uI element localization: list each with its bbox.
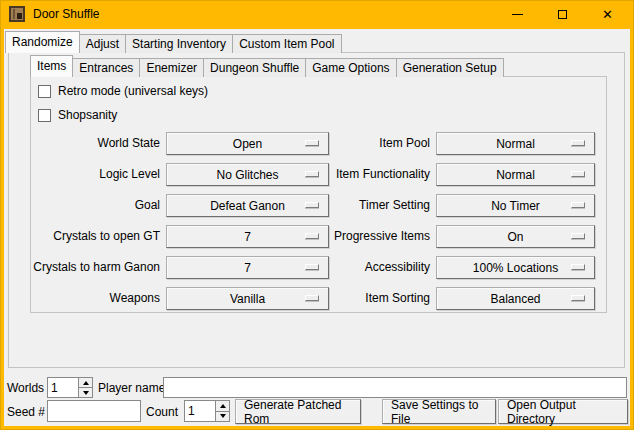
door-icon <box>9 6 25 22</box>
dropdown-indicator-icon <box>305 171 319 177</box>
dropdown-indicator-icon <box>571 140 585 146</box>
tab-game-options[interactable]: Game Options <box>305 58 396 77</box>
crystals-ganon-value: 7 <box>244 261 251 275</box>
worlds-spin-buttons <box>78 378 92 397</box>
dropdown-indicator-icon <box>571 171 585 177</box>
worlds-label: Worlds <box>7 381 44 395</box>
dropdown-indicator-icon <box>571 264 585 270</box>
world-state-label: World State <box>20 136 160 151</box>
title-bar: Door Shuffle ✕ <box>0 0 634 29</box>
dropdown-indicator-icon <box>571 233 585 239</box>
dropdown-indicator-icon <box>305 233 319 239</box>
up-arrow-icon <box>83 381 89 385</box>
keyhole-icon <box>17 13 22 19</box>
timer-setting-value: No Timer <box>491 199 540 213</box>
worlds-spin-down[interactable] <box>79 387 92 397</box>
minimize-button[interactable] <box>495 0 540 29</box>
count-spinbox <box>184 400 230 422</box>
app-window: Door Shuffle ✕ Randomize Adjust Starting… <box>0 0 634 430</box>
progressive-items-label: Progressive Items <box>320 229 430 244</box>
item-pool-value: Normal <box>496 137 535 151</box>
tab-items[interactable]: Items <box>30 55 73 77</box>
timer-setting-label: Timer Setting <box>320 198 430 213</box>
retro-mode-row: Retro mode (universal keys) <box>38 84 208 98</box>
weapons-label: Weapons <box>20 291 160 306</box>
weapons-dropdown[interactable]: Vanilla <box>166 287 329 310</box>
shopsanity-label: Shopsanity <box>58 109 117 122</box>
tab-dungeon-shuffle[interactable]: Dungeon Shuffle <box>203 58 306 77</box>
item-functionality-label: Item Functionality <box>320 167 430 182</box>
logic-level-label: Logic Level <box>20 167 160 182</box>
logic-level-dropdown[interactable]: No Glitches <box>166 163 329 186</box>
close-icon: ✕ <box>602 8 613 21</box>
tab-entrances[interactable]: Entrances <box>72 58 140 77</box>
tab-enemizer[interactable]: Enemizer <box>139 58 204 77</box>
save-settings-button[interactable]: Save Settings to File <box>382 399 496 424</box>
count-spin-up[interactable] <box>216 401 229 411</box>
logic-level-value: No Glitches <box>216 168 278 182</box>
count-label: Count <box>146 405 178 419</box>
dropdown-indicator-icon <box>305 140 319 146</box>
item-sorting-label: Item Sorting <box>320 291 430 306</box>
close-button[interactable]: ✕ <box>585 0 630 29</box>
window-title: Door Shuffle <box>33 7 100 21</box>
accessibility-value: 100% Locations <box>473 261 558 275</box>
crystals-gt-dropdown[interactable]: 7 <box>166 225 329 248</box>
tab-custom-item-pool[interactable]: Custom Item Pool <box>232 34 341 53</box>
seed-input[interactable] <box>47 400 141 422</box>
tab-generation-setup[interactable]: Generation Setup <box>396 58 504 77</box>
item-sorting-dropdown[interactable]: Balanced <box>436 287 595 310</box>
window-controls: ✕ <box>495 0 630 29</box>
timer-setting-dropdown[interactable]: No Timer <box>436 194 595 217</box>
item-functionality-dropdown[interactable]: Normal <box>436 163 595 186</box>
tab-starting-inventory[interactable]: Starting Inventory <box>125 34 233 53</box>
open-output-directory-button[interactable]: Open Output Directory <box>498 399 628 424</box>
crystals-ganon-dropdown[interactable]: 7 <box>166 256 329 279</box>
crystals-gt-value: 7 <box>244 230 251 244</box>
retro-mode-label: Retro mode (universal keys) <box>58 85 208 98</box>
dropdown-indicator-icon <box>571 295 585 301</box>
accessibility-dropdown[interactable]: 100% Locations <box>436 256 595 279</box>
maximize-icon <box>558 10 567 19</box>
weapons-value: Vanilla <box>230 292 265 306</box>
goal-dropdown[interactable]: Defeat Ganon <box>166 194 329 217</box>
count-spin-down[interactable] <box>216 411 229 422</box>
up-arrow-icon <box>220 404 226 408</box>
dropdown-indicator-icon <box>305 202 319 208</box>
retro-mode-checkbox[interactable] <box>38 85 51 98</box>
shopsanity-row: Shopsanity <box>38 108 117 122</box>
world-state-value: Open <box>233 137 262 151</box>
item-pool-dropdown[interactable]: Normal <box>436 132 595 155</box>
progressive-items-value: On <box>507 230 523 244</box>
count-input[interactable] <box>185 401 215 421</box>
main-tab-bar: Randomize Adjust Starting Inventory Cust… <box>5 31 341 53</box>
accessibility-label: Accessibility <box>320 260 430 275</box>
goal-value: Defeat Ganon <box>210 199 285 213</box>
shopsanity-checkbox[interactable] <box>38 109 51 122</box>
crystals-ganon-label: Crystals to harm Ganon <box>20 260 160 275</box>
dropdown-indicator-icon <box>571 202 585 208</box>
dropdown-indicator-icon <box>305 295 319 301</box>
item-sorting-value: Balanced <box>490 292 540 306</box>
progressive-items-dropdown[interactable]: On <box>436 225 595 248</box>
crystals-gt-label: Crystals to open GT <box>20 229 160 244</box>
item-functionality-value: Normal <box>496 168 535 182</box>
player-names-input[interactable] <box>163 377 627 398</box>
maximize-button[interactable] <box>540 0 585 29</box>
player-names-label: Player names <box>98 381 171 395</box>
worlds-spin-up[interactable] <box>79 378 92 387</box>
world-state-dropdown[interactable]: Open <box>166 132 329 155</box>
item-pool-label: Item Pool <box>320 136 430 151</box>
count-spin-buttons <box>215 401 229 421</box>
worlds-input[interactable] <box>48 378 78 397</box>
dropdown-indicator-icon <box>305 264 319 270</box>
tab-adjust[interactable]: Adjust <box>79 34 126 53</box>
down-arrow-icon <box>83 391 89 395</box>
tab-randomize[interactable]: Randomize <box>5 31 80 53</box>
worlds-spinbox <box>47 377 93 398</box>
goal-label: Goal <box>20 198 160 213</box>
minimize-icon <box>512 14 523 15</box>
down-arrow-icon <box>220 414 226 418</box>
seed-label: Seed # <box>7 405 45 419</box>
generate-patched-rom-button[interactable]: Generate Patched Rom <box>235 399 361 424</box>
